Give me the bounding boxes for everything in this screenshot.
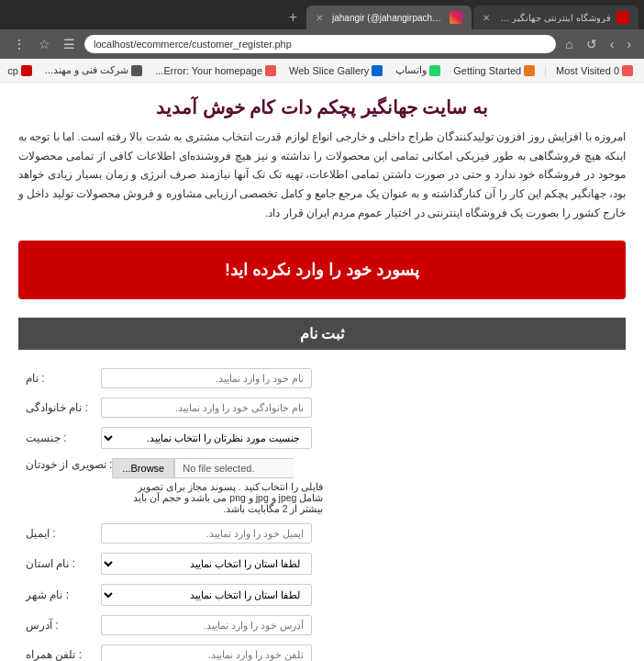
browser-window: فروشگاه اینترنتی جهانگیر پچکم ✕ jahangir… — [0, 0, 644, 83]
bookmark-whatsapp[interactable]: واتساپ — [392, 62, 444, 78]
bookmark-icon-cp — [21, 65, 32, 76]
tab-instagram[interactable]: jahangir (@jahangirpachkam) • In... ✕ — [306, 6, 472, 29]
province-row: لطفا استان را انتخاب نمایید : نام استان — [18, 553, 626, 575]
phone-input[interactable] — [101, 644, 312, 661]
home-button[interactable]: ⌂ — [561, 35, 576, 53]
address-label: : آدرس — [18, 619, 101, 632]
photo-upload-row: No file selected. Browse... فایلی را انت… — [18, 458, 626, 514]
gender-row: جنسیت مورد نظرتان را انتخاب نمایید. مرد … — [18, 427, 626, 449]
register-header: ثبت نام — [18, 318, 626, 350]
city-label: : نام شهر — [18, 588, 101, 601]
registration-form: : نام : نام خانوادگی جنسیت مورد نظرتان ر… — [18, 368, 626, 661]
bookmark-most-visited[interactable]: 0 Most Visited — [552, 63, 637, 78]
tab-ecommerce[interactable]: فروشگاه اینترنتی جهانگیر پچکم ✕ — [473, 6, 638, 29]
bookmark-error[interactable]: Error: Your homepage... — [151, 63, 280, 78]
address-row: : آدرس — [18, 615, 626, 635]
address-input[interactable] — [101, 615, 312, 635]
settings-button[interactable]: ⋮ — [9, 35, 29, 53]
family-input[interactable] — [101, 398, 312, 418]
menu-button[interactable]: ☰ — [60, 35, 79, 53]
email-row: : ایمیل — [18, 523, 626, 543]
forward-button[interactable]: › — [606, 35, 618, 53]
tab-close-instagram[interactable]: ✕ — [316, 13, 323, 23]
name-input[interactable] — [101, 368, 312, 388]
bookmark-label-getting-started: Getting Started — [453, 65, 521, 76]
bookmark-icon-getting-started — [524, 65, 535, 76]
email-label: : ایمیل — [18, 527, 101, 540]
bookmark-label-cp: cp — [7, 65, 18, 76]
email-input[interactable] — [101, 523, 312, 543]
bookmark-cp[interactable]: cp — [4, 63, 36, 78]
add-tab-button[interactable]: + — [282, 6, 305, 29]
file-input-wrapper: No file selected. Browse... — [112, 458, 294, 478]
bookmark-icon-web-slice — [372, 65, 383, 76]
file-help-content: فایلی را انتخاب کنید . پسوند مجاز برای ت… — [133, 481, 324, 514]
tab-favicon-ecommerce — [616, 11, 629, 24]
bookmark-label-most-visited: 0 Most Visited — [556, 65, 619, 76]
tab-bar: فروشگاه اینترنتی جهانگیر پچکم ✕ jahangir… — [0, 0, 644, 29]
bookmark-getting-started[interactable]: Getting Started — [450, 63, 539, 78]
tab-close-ecommerce[interactable]: ✕ — [483, 13, 490, 23]
family-row: : نام خانوادگی — [18, 398, 626, 418]
page-content: به سایت جهانگیر پچکم دات کام خوش آمدید ا… — [0, 83, 644, 661]
family-label: : نام خانوادگی — [18, 401, 101, 414]
name-label: : نام — [18, 372, 101, 385]
file-help-text: فایلی را انتخاب کنید . پسوند مجاز برای ت… — [112, 481, 323, 514]
city-select[interactable]: لطفا استان را انتخاب نمایید — [101, 584, 312, 606]
browse-button[interactable]: Browse... — [112, 458, 174, 478]
refresh-button[interactable]: ↺ — [583, 35, 601, 53]
gender-select[interactable]: جنسیت مورد نظرتان را انتخاب نمایید. مرد … — [101, 427, 312, 449]
back-button[interactable]: ‹ — [623, 35, 635, 53]
province-label: : نام استان — [18, 557, 101, 570]
file-no-chosen-text: No file selected. — [174, 458, 294, 478]
main-content: به سایت جهانگیر پچکم دات کام خوش آمدید ا… — [0, 83, 644, 661]
bookmark-company[interactable]: شرکت فنی و مهند... — [41, 62, 146, 78]
bookmark-button[interactable]: ☆ — [35, 35, 54, 53]
name-row: : نام — [18, 368, 626, 388]
bookmark-icon-most-visited — [622, 65, 633, 76]
bookmark-label-error: Error: Your homepage... — [155, 65, 262, 76]
tab-title-ecommerce: فروشگاه اینترنتی جهانگیر پچکم — [499, 13, 611, 23]
bookmark-icon-whatsapp — [429, 65, 440, 76]
address-bar: ‹ › ↺ ⌂ ☰ ☆ ⋮ — [0, 29, 644, 59]
page-description: امروزه با افزایش روز افزون تولیدکنندگان … — [18, 128, 626, 222]
bm-separator-1: | — [544, 65, 547, 76]
error-box: پسورد خود را وارد نکرده اید! — [18, 241, 626, 299]
province-select[interactable]: لطفا استان را انتخاب نمایید — [101, 553, 312, 575]
bookmark-label-company: شرکت فنی و مهند... — [45, 64, 128, 76]
file-upload-area: No file selected. Browse... فایلی را انت… — [112, 458, 323, 514]
tab-favicon-instagram — [450, 11, 462, 24]
bookmark-icon-company — [131, 65, 142, 76]
address-input[interactable] — [84, 35, 556, 53]
bookmarks-bar: 0 Most Visited | Getting Started واتساپ … — [0, 59, 644, 83]
bookmark-icon-error — [265, 65, 276, 76]
phone-label: : تلفن همراه — [18, 648, 101, 661]
page-title: به سایت جهانگیر پچکم دات کام خوش آمدید — [18, 96, 626, 118]
bookmark-label-whatsapp: واتساپ — [395, 64, 427, 76]
phone-row: : تلفن همراه — [18, 644, 626, 661]
photo-label: : تصویری از خودتان — [18, 458, 112, 471]
city-row: لطفا استان را انتخاب نمایید : نام شهر — [18, 584, 626, 606]
bookmark-label-web-slice: Web Slice Gallery — [289, 65, 369, 76]
tab-title-instagram: jahangir (@jahangirpachkam) • In... — [332, 13, 444, 23]
bookmark-web-slice[interactable]: Web Slice Gallery — [285, 63, 386, 78]
gender-label: : جنسیت — [18, 431, 101, 444]
